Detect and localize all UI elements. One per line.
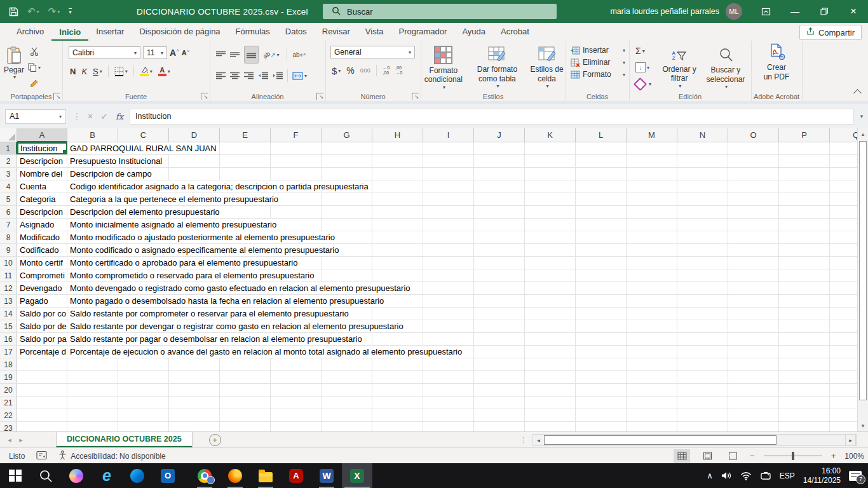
- zoom-slider[interactable]: [764, 456, 822, 456]
- column-header-O[interactable]: O: [728, 128, 779, 142]
- increase-decimal-icon[interactable]: ←0,00: [383, 64, 390, 78]
- decrease-font-icon[interactable]: A˅: [182, 46, 190, 60]
- notification-icon[interactable]: 7: [849, 471, 862, 481]
- horizontal-scrollbar[interactable]: ◂: [532, 434, 857, 446]
- row-header-15[interactable]: 15: [0, 320, 17, 332]
- tab-acrobat[interactable]: Acrobat: [493, 24, 537, 41]
- borders-icon[interactable]: ▾: [114, 64, 128, 78]
- ribbon-display-options-icon[interactable]: [751, 0, 780, 23]
- row-header-11[interactable]: 11: [0, 269, 17, 281]
- zoom-level[interactable]: 100%: [844, 452, 864, 461]
- display-settings-icon[interactable]: [36, 451, 47, 462]
- cell-A1[interactable]: Institucion: [17, 142, 67, 154]
- paste-button[interactable]: Pegar▾: [4, 43, 24, 90]
- decrease-decimal-icon[interactable]: ,00→0: [395, 64, 402, 78]
- restore-button[interactable]: [810, 0, 839, 23]
- cell-B14[interactable]: Saldo restante por comprometer o reserva…: [67, 308, 857, 320]
- cell-B2[interactable]: Presupuesto Institucional: [67, 155, 857, 167]
- column-header-I[interactable]: I: [423, 128, 474, 142]
- cell-B17[interactable]: Porcentaje de ejecucion o avance del gas…: [67, 346, 857, 358]
- clear-icon[interactable]: ▾: [635, 77, 658, 91]
- sheet-nav-right-icon[interactable]: ▸: [11, 436, 31, 444]
- scroll-up-icon[interactable]: ▴: [858, 128, 868, 140]
- internet-explorer-button[interactable]: e: [92, 463, 122, 488]
- column-header-P[interactable]: P: [779, 128, 830, 142]
- delete-cells-button[interactable]: Eliminar▾: [571, 58, 629, 67]
- column-header-M[interactable]: M: [627, 128, 677, 142]
- search-box[interactable]: Buscar: [323, 4, 557, 19]
- cell-A11[interactable]: Comprometi: [17, 269, 67, 281]
- cell-B21[interactable]: [67, 396, 857, 409]
- cell-B11[interactable]: Monto comprometido o reservado para el e…: [67, 269, 857, 281]
- column-header-A[interactable]: A: [17, 128, 67, 142]
- row-header-17[interactable]: 17: [0, 346, 17, 358]
- name-box[interactable]: A1▾: [5, 109, 66, 124]
- cell-A22[interactable]: [17, 409, 67, 421]
- conditional-formatting-button[interactable]: Formato condicional▾: [421, 43, 466, 90]
- cell-B18[interactable]: [67, 358, 857, 370]
- excel-button[interactable]: X: [342, 463, 372, 488]
- column-header-E[interactable]: E: [220, 128, 271, 142]
- row-header-18[interactable]: 18: [0, 358, 17, 370]
- edge-button[interactable]: [122, 463, 153, 488]
- row-header-19[interactable]: 19: [0, 371, 17, 383]
- font-name-select[interactable]: Calibri▾: [69, 46, 140, 59]
- tab-datos[interactable]: Datos: [278, 24, 315, 41]
- normal-view-icon[interactable]: [674, 449, 690, 463]
- row-header-6[interactable]: 6: [0, 206, 17, 218]
- italic-button[interactable]: K: [81, 64, 87, 78]
- create-pdf-button[interactable]: Crear un PDF: [751, 41, 802, 81]
- cell-A23[interactable]: [17, 422, 67, 431]
- cell-A18[interactable]: [17, 358, 67, 370]
- column-header-F[interactable]: F: [271, 128, 322, 142]
- row-header-14[interactable]: 14: [0, 308, 17, 320]
- meet-now-icon[interactable]: [760, 471, 771, 480]
- row-header-5[interactable]: 5: [0, 193, 17, 205]
- wifi-icon[interactable]: [740, 471, 752, 480]
- outlook-button[interactable]: O: [153, 463, 183, 488]
- cell-A19[interactable]: [17, 371, 67, 383]
- row-header-13[interactable]: 13: [0, 295, 17, 307]
- cell-A13[interactable]: Pagado: [17, 295, 67, 307]
- column-header-K[interactable]: K: [525, 128, 576, 142]
- orientation-icon[interactable]: ab↗▾: [263, 48, 280, 62]
- firefox-button[interactable]: [220, 463, 250, 488]
- cell-A16[interactable]: Saldo por pa: [17, 333, 67, 345]
- column-header-N[interactable]: N: [677, 128, 728, 142]
- tab-disposici-n-de-p-gina[interactable]: Disposición de página: [132, 24, 227, 41]
- cell-B12[interactable]: Monto devengado o registrado como gasto …: [67, 282, 857, 294]
- cell-B20[interactable]: [67, 384, 857, 396]
- row-header-4[interactable]: 4: [0, 180, 17, 193]
- cell-B7[interactable]: Monto inicialmente asignado al elemento …: [67, 219, 857, 231]
- cell-A9[interactable]: Codificado: [17, 244, 67, 256]
- row-header-21[interactable]: 21: [0, 396, 17, 409]
- font-size-select[interactable]: 11▾: [143, 46, 167, 59]
- close-button[interactable]: ×: [839, 0, 868, 23]
- number-dialog-launcher[interactable]: ↘: [412, 93, 419, 100]
- start-button[interactable]: [0, 463, 31, 488]
- format-cells-button[interactable]: Formato▾: [571, 70, 629, 79]
- scroll-right-icon[interactable]: ▸: [845, 434, 856, 446]
- increase-indent-icon[interactable]: [273, 69, 283, 83]
- zoom-out-icon[interactable]: −: [750, 451, 755, 461]
- cancel-icon[interactable]: ×: [88, 111, 93, 121]
- cell-B10[interactable]: Monto certificado o aprobado para el ele…: [67, 257, 857, 269]
- cell-A6[interactable]: Descripcion: [17, 206, 67, 218]
- row-header-20[interactable]: 20: [0, 384, 17, 396]
- select-all-corner[interactable]: [0, 128, 17, 142]
- enter-icon[interactable]: ✓: [100, 111, 108, 121]
- cell-styles-button[interactable]: Estilos de celda▾: [528, 43, 566, 90]
- cell-A2[interactable]: Descripcion: [17, 155, 67, 167]
- collapse-ribbon-icon[interactable]: [853, 89, 862, 97]
- save-icon[interactable]: [9, 7, 18, 17]
- row-header-2[interactable]: 2: [0, 155, 17, 167]
- redo-icon[interactable]: ↷▾: [48, 6, 60, 17]
- vertical-scrollbar[interactable]: ▴ ▾: [857, 128, 868, 431]
- column-header-G[interactable]: G: [322, 128, 372, 142]
- row-header-9[interactable]: 9: [0, 244, 17, 256]
- cell-A17[interactable]: Porcentaje d: [17, 346, 67, 358]
- column-header-D[interactable]: D: [169, 128, 220, 142]
- add-sheet-button[interactable]: +: [209, 434, 221, 446]
- cell-A20[interactable]: [17, 384, 67, 396]
- align-middle-icon[interactable]: [230, 48, 240, 62]
